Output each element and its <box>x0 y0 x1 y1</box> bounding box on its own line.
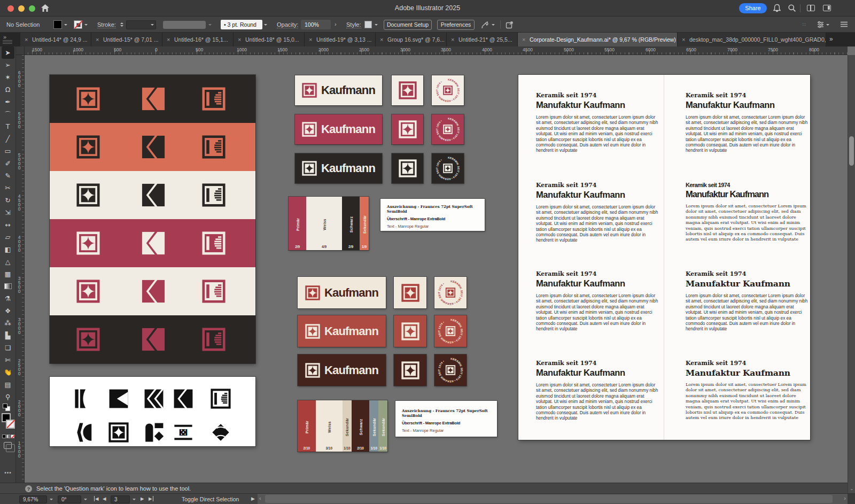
rotate-tool[interactable]: ↻ <box>2 194 14 206</box>
type-specimen-block[interactable]: Keramik seit 1974 Manufaktur Kaufmann Lo… <box>536 360 659 421</box>
horizontal-scrollbar-thumb[interactable] <box>265 495 833 503</box>
tab-untitled-15[interactable]: ×Untitled-15* @ 7,01 ... <box>91 33 162 46</box>
symbol-sprayer-tool[interactable]: ⁂ <box>2 317 14 329</box>
logo-sketch-kk[interactable] <box>173 422 193 443</box>
direct-selection-tool[interactable]: ➢ <box>2 59 14 71</box>
first-artboard-icon[interactable]: ◀ <box>94 496 99 501</box>
drawing-mode-icon[interactable] <box>4 442 12 449</box>
kaufmann-lines-logo[interactable] <box>202 328 226 351</box>
style-dropdown-icon[interactable] <box>374 20 379 29</box>
question-mark-icon[interactable]: ? <box>25 485 32 492</box>
zoom-dropdown-icon[interactable] <box>48 495 55 503</box>
share-button[interactable]: Share <box>739 3 767 13</box>
perspective-grid-tool[interactable]: △ <box>2 255 14 268</box>
previous-artboard-icon[interactable]: ◀ <box>103 496 106 501</box>
style-label[interactable]: Style: <box>346 21 361 28</box>
kaufmann-k-logo[interactable] <box>142 135 165 159</box>
snap-options-dropdown-icon[interactable] <box>491 20 496 29</box>
tab-group16-svg[interactable]: ×Group 16.svg* @ 7,6... <box>376 33 447 46</box>
kaufmann-lines-logo[interactable] <box>202 183 226 207</box>
snap-options-icon[interactable] <box>481 21 489 30</box>
settings-dropdown-icon[interactable] <box>825 20 830 29</box>
logo-sketch-triangle[interactable] <box>108 389 129 409</box>
fill-stroke-indicator[interactable] <box>2 413 18 431</box>
kaufmann-k-logo[interactable] <box>142 87 165 111</box>
tab-close-icon[interactable]: × <box>167 33 170 46</box>
panels-toggle-icon[interactable] <box>823 5 831 11</box>
tools-collapse-icon[interactable]: » <box>3 34 6 40</box>
selection-tool[interactable]: ➤ <box>2 46 14 59</box>
stroke-color-swatch[interactable] <box>74 20 82 29</box>
search-icon[interactable] <box>788 4 796 12</box>
palette-stripe-primar[interactable]: Primär2/9 <box>289 197 306 250</box>
wordmark-card-brown[interactable]: Kaufmann <box>298 354 386 386</box>
zoom-tool[interactable]: ⚲ <box>2 391 14 403</box>
kaufmann-k-logo[interactable] <box>142 231 165 255</box>
export-icon[interactable] <box>506 21 514 30</box>
seal-badge-brown[interactable]: KERAMIK SEIT 1974 • KERAMIK SEIT 1974 • <box>434 354 467 386</box>
vertical-scrollbar[interactable]: ⌄ <box>848 55 855 493</box>
blend-tool[interactable]: ❖ <box>2 305 14 317</box>
color-palette-card-2[interactable]: Primär2/10 Weiss3/10 Sekundär1/10 Schwar… <box>298 400 387 452</box>
opacity-flyout-icon[interactable]: › <box>335 21 337 27</box>
kaufmann-lines-logo[interactable] <box>202 135 226 159</box>
zoom-level-field[interactable]: 9,67% <box>19 495 47 503</box>
seal-badge-maroon[interactable]: KERAMIK SEIT 1974 • KERAMIK SEIT 1974 • <box>432 114 464 144</box>
logo-square-brown[interactable] <box>394 354 426 386</box>
rotation-field[interactable]: 0° <box>58 495 81 503</box>
seal-badge-cream[interactable]: KERAMIK SEIT 1974 • KERAMIK SEIT 1974 • <box>434 277 467 308</box>
edit-toolbar-icon[interactable]: ••• <box>0 470 16 476</box>
logo-sketch-rotated-diamond[interactable] <box>211 422 231 443</box>
palette-stripe-sekundar-sage[interactable]: Sekundär1/10 <box>378 400 387 452</box>
palette-stripe-sekundar-beige[interactable]: Sekundär1/10 <box>343 400 352 452</box>
logo-sketch-diamond[interactable] <box>108 422 129 443</box>
document-setup-button[interactable]: Document Setup <box>384 20 432 30</box>
status-flyout-icon[interactable]: ▶ <box>251 496 255 501</box>
kaufmann-lines-logo[interactable] <box>202 87 226 111</box>
seal-badge-brick[interactable]: KERAMIK SEIT 1974 • KERAMIK SEIT 1974 • <box>434 315 467 347</box>
tab-desktop-mac-icon-file[interactable]: ×desktop_mac_38dp_000000_FILL0_wght400_G… <box>678 33 826 46</box>
logo-square-dark[interactable] <box>392 153 423 183</box>
logo-band-offwhite-maroon[interactable] <box>50 267 255 315</box>
width-tool[interactable]: ↔ <box>2 219 14 231</box>
kaufmann-k-logo[interactable] <box>142 183 165 207</box>
workspace-layout-icon[interactable] <box>807 5 815 11</box>
print-tiling-tool[interactable]: ▤ <box>2 378 14 391</box>
tab-untitled-16[interactable]: ×Untitled-16* @ 15,1... <box>162 33 234 46</box>
artboard-logo-explorations[interactable] <box>50 377 255 446</box>
kaufmann-diamond-logo[interactable] <box>76 328 100 351</box>
type-spec-card-1[interactable]: Auszeichnung - Fraunces 72pt SuperSoft S… <box>380 199 485 231</box>
kaufmann-diamond-logo[interactable] <box>76 231 100 255</box>
column-graph-tool[interactable]: ▙ <box>2 329 14 342</box>
tab-close-icon[interactable]: × <box>682 33 685 46</box>
next-artboard-icon[interactable]: ▶ <box>141 496 144 501</box>
tools-panel-grip[interactable] <box>3 40 12 44</box>
curvature-tool[interactable]: ⌒ <box>2 108 14 120</box>
tab-close-icon[interactable]: × <box>380 33 383 46</box>
stroke-weight-label[interactable]: Stroke: <box>97 21 116 28</box>
logo-square-offwhite[interactable] <box>392 75 423 105</box>
type-specimen-block[interactable]: Keramik seit 1974 Manufaktur Kaufmann Lo… <box>686 92 809 153</box>
slice-tool[interactable]: ✄ <box>2 354 14 366</box>
notifications-bell-icon[interactable] <box>773 4 781 13</box>
kaufmann-lines-logo[interactable] <box>202 280 226 303</box>
logo-band-maroon-offwhite[interactable] <box>50 219 255 267</box>
kaufmann-lines-logo[interactable] <box>202 231 226 255</box>
color-none-gradient-bar[interactable] <box>2 435 18 439</box>
logo-sketch-double-chevron[interactable] <box>144 389 164 409</box>
kaufmann-diamond-logo[interactable] <box>76 135 100 159</box>
shaper-tool[interactable]: ✎ <box>2 169 14 182</box>
horizontal-scrollbar[interactable]: ‹ › <box>258 494 848 504</box>
tab-corporate-design-kaufmann[interactable]: ×Corporate-Design_Kaufmann.ai* @ 9,67 % … <box>518 33 678 46</box>
logo-band-offwhite-dark[interactable] <box>50 171 255 219</box>
line-segment-tool[interactable]: ╱ <box>2 133 14 145</box>
logo-sketch-lines[interactable] <box>211 389 231 409</box>
brush-dropdown-icon[interactable] <box>207 20 213 29</box>
brush-definition-preview[interactable] <box>163 21 206 29</box>
tab-close-icon[interactable]: × <box>309 33 312 46</box>
wordmark-card-cream[interactable]: Kaufmann <box>298 277 386 308</box>
type-tool[interactable]: T <box>2 120 14 133</box>
tab-close-icon[interactable]: × <box>25 33 28 46</box>
stroke-weight-stepper[interactable] <box>120 20 125 29</box>
seal-badge-dark[interactable]: KERAMIK SEIT 1974 • KERAMIK SEIT 1974 • <box>432 153 464 183</box>
